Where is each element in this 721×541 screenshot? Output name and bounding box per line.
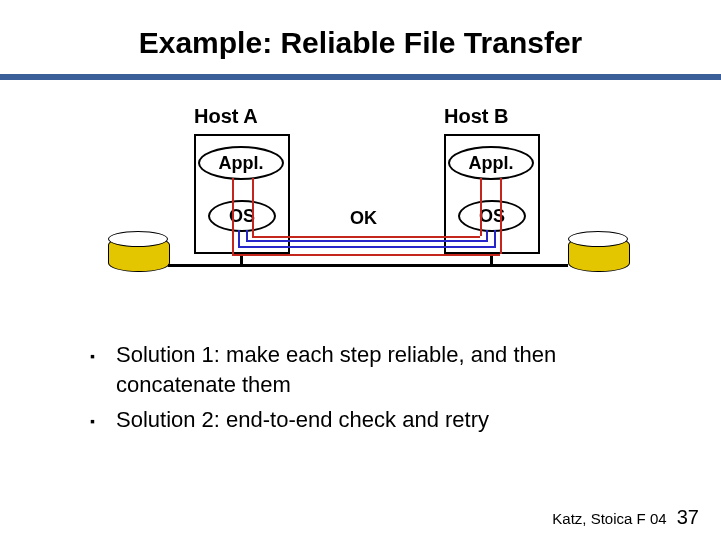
blue-line [494, 230, 496, 246]
footer-credit: Katz, Stoica F 04 [552, 510, 666, 527]
page-number: 37 [677, 506, 699, 528]
ok-label: OK [350, 208, 377, 229]
bullet-item: ▪ Solution 1: make each step reliable, a… [90, 340, 670, 399]
disk-a [108, 236, 170, 272]
page-title: Example: Reliable File Transfer [0, 26, 721, 60]
bullet-item: ▪ Solution 2: end-to-end check and retry [90, 405, 670, 435]
bullet-icon: ▪ [90, 340, 116, 399]
red-line [480, 178, 482, 236]
disk-b [568, 236, 630, 272]
blue-line [246, 240, 488, 242]
bullet-text: Solution 1: make each step reliable, and… [116, 340, 670, 399]
red-line [500, 178, 502, 254]
red-line [252, 236, 480, 238]
host-b-appl: Appl. [448, 146, 534, 180]
red-line [252, 178, 254, 236]
blue-line [238, 246, 496, 248]
host-a-appl: Appl. [198, 146, 284, 180]
bullet-list: ▪ Solution 1: make each step reliable, a… [90, 340, 670, 441]
blue-line [238, 230, 240, 246]
blue-line [486, 230, 488, 240]
host-a-os: OS [208, 200, 276, 232]
blue-line [246, 230, 248, 240]
host-b-label: Host B [444, 105, 508, 128]
host-b-os: OS [458, 200, 526, 232]
bullet-icon: ▪ [90, 405, 116, 435]
host-a-label: Host A [194, 105, 258, 128]
red-line [232, 254, 500, 256]
footer: Katz, Stoica F 04 37 [552, 506, 699, 529]
network-link [168, 264, 568, 267]
title-rule [0, 74, 721, 80]
red-line [232, 178, 234, 254]
bullet-text: Solution 2: end-to-end check and retry [116, 405, 489, 435]
